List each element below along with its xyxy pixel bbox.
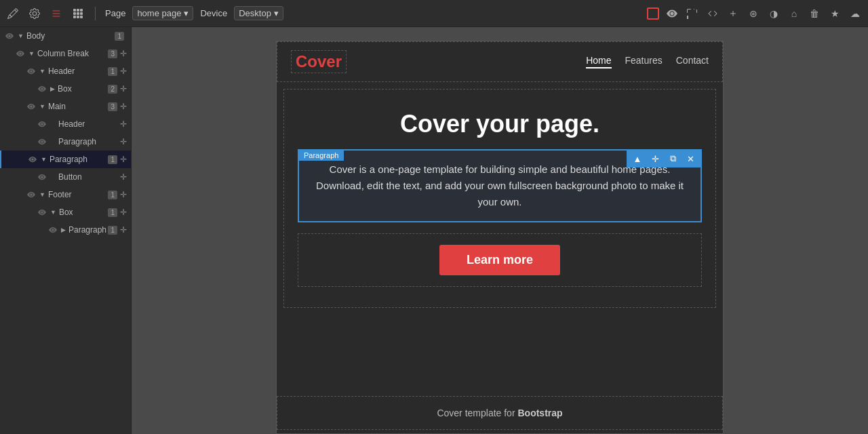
- sidebar-badge-box: 2: [108, 85, 117, 94]
- trash-icon[interactable]: 🗑: [807, 6, 822, 21]
- nav-home[interactable]: Home: [586, 55, 611, 68]
- nav-contact[interactable]: Contact: [676, 55, 709, 68]
- hero-section: Cover your page. Paragraph ▲ ✛ ⧉ ✕ Cover…: [283, 89, 716, 308]
- lines-icon[interactable]: [49, 6, 64, 21]
- footer-text-before: Cover template for: [437, 408, 517, 418]
- footer-section: Cover template for Bootstrap: [277, 396, 723, 430]
- sidebar-item-footer[interactable]: ▼ Footer 1 ✛: [0, 186, 131, 203]
- eye-icon-paragraph-2[interactable]: [47, 224, 58, 235]
- eye-icon-footer[interactable]: [26, 189, 37, 200]
- paragraph-block[interactable]: Paragraph ▲ ✛ ⧉ ✕ Cover is a one-page te…: [298, 149, 702, 222]
- fullscreen-icon[interactable]: [685, 6, 700, 21]
- device-dropdown-arrow: ▾: [274, 8, 279, 18]
- eye-icon-header[interactable]: [26, 66, 37, 77]
- pen-icon[interactable]: [5, 6, 20, 21]
- triangle-paragraph-2: ▶: [61, 226, 66, 233]
- main-area: ▼ Body 1 ▼ Column Break 3 ✛ ▼ Header 1 ✛: [0, 27, 868, 434]
- device-label: Device: [200, 8, 227, 18]
- page-name: home page: [137, 8, 181, 18]
- sidebar-badge-main: 3: [108, 102, 117, 111]
- top-toolbar: Page home page ▾ Device Desktop ▾ ⊛ ◑ ⌂ …: [0, 0, 868, 27]
- device-dropdown[interactable]: Desktop ▾: [234, 6, 283, 20]
- page-label: Page: [105, 8, 125, 18]
- canvas-area: Cover Home Features Contact Cover your p…: [132, 27, 868, 434]
- toolbar-left: Page home page ▾ Device Desktop ▾: [5, 6, 283, 21]
- triangle-paragraph-1: ▼: [41, 156, 47, 163]
- sidebar-label-column-break: Column Break: [37, 49, 108, 58]
- learn-more-button[interactable]: Learn more: [439, 245, 560, 275]
- paragraph-text: Cover is a one-page template for buildin…: [310, 161, 690, 210]
- eye-icon-box-2[interactable]: [37, 207, 47, 218]
- sidebar-label-main-header: Header: [50, 119, 120, 129]
- sidebar-item-paragraph-1[interactable]: ▼ Paragraph 1 ✛: [0, 151, 131, 168]
- code-icon[interactable]: [705, 6, 720, 21]
- eye-icon-main-paragraph[interactable]: [37, 136, 47, 147]
- arc-icon[interactable]: ◑: [766, 6, 781, 21]
- sidebar-label-paragraph-1: Paragraph: [50, 155, 108, 164]
- sidebar-label-body: Body: [26, 31, 115, 41]
- site-header: Cover Home Features Contact: [277, 41, 723, 82]
- page-dropdown[interactable]: home page ▾: [132, 6, 193, 20]
- block-move-btn[interactable]: ✛: [647, 151, 663, 166]
- sidebar-item-button[interactable]: Button ✛: [0, 168, 131, 186]
- eye-icon-box[interactable]: [37, 83, 47, 94]
- sidebar-badge-header: 1: [108, 67, 117, 76]
- sidebar-badge-footer: 1: [108, 191, 117, 199]
- footer-text-bold: Bootstrap: [517, 408, 562, 418]
- sidebar-item-body[interactable]: ▼ Body 1: [0, 27, 131, 45]
- sidebar-item-paragraph-2[interactable]: ▶ Paragraph 1 ✛: [0, 221, 131, 239]
- eye-icon-column-break[interactable]: [15, 48, 26, 59]
- block-delete-btn[interactable]: ✕: [682, 151, 698, 166]
- sidebar-item-header[interactable]: ▼ Header 1 ✛: [0, 62, 131, 80]
- sidebar-badge-column-break: 3: [108, 50, 117, 58]
- page-dropdown-arrow: ▾: [184, 8, 189, 18]
- triangle-column-break: ▼: [28, 50, 35, 57]
- block-copy-btn[interactable]: ⧉: [665, 151, 681, 166]
- sidebar-item-main-paragraph[interactable]: Paragraph ✛: [0, 133, 131, 151]
- eye-icon-button[interactable]: [37, 172, 47, 182]
- site-brand: Cover: [291, 50, 347, 73]
- sidebar-badge-paragraph-1: 1: [108, 155, 117, 164]
- sidebar-label-box-2: Box: [59, 208, 108, 217]
- preview-icon[interactable]: [665, 6, 679, 21]
- toolbar-right: ⊛ ◑ ⌂ 🗑 ★ ☁: [647, 6, 863, 21]
- sidebar-item-box[interactable]: ▶ Box 2 ✛: [0, 80, 131, 98]
- cloud-icon[interactable]: ☁: [848, 6, 863, 21]
- button-section: Learn more: [298, 233, 702, 287]
- sidebar-label-box: Box: [58, 84, 108, 94]
- tag-icon[interactable]: ⌂: [787, 6, 802, 21]
- preview-frame: Cover Home Features Contact Cover your p…: [276, 41, 724, 434]
- eye-icon-paragraph-1[interactable]: [27, 154, 38, 165]
- grid-icon[interactable]: [71, 6, 85, 21]
- stop-icon[interactable]: [647, 7, 659, 20]
- block-up-btn[interactable]: ▲: [629, 151, 646, 166]
- eye-icon-main[interactable]: [26, 101, 37, 112]
- hero-title: Cover your page.: [298, 110, 702, 138]
- triangle-box-2: ▼: [50, 209, 56, 216]
- nav-features[interactable]: Features: [625, 55, 663, 68]
- sidebar-label-main: Main: [48, 102, 108, 111]
- gear-icon[interactable]: [27, 6, 42, 21]
- sidebar-badge-box-2: 1: [108, 208, 117, 217]
- triangle-body: ▼: [18, 33, 24, 39]
- sidebar-item-box-2[interactable]: ▼ Box 1 ✛: [0, 203, 131, 221]
- add-icon[interactable]: [726, 6, 741, 21]
- sidebar-item-main-header[interactable]: Header ✛: [0, 115, 131, 133]
- sidebar-label-button: Button: [50, 172, 120, 182]
- sidebar-label-footer: Footer: [48, 190, 108, 199]
- sidebar: ▼ Body 1 ▼ Column Break 3 ✛ ▼ Header 1 ✛: [0, 27, 132, 434]
- sidebar-label-paragraph-2: Paragraph: [68, 225, 108, 235]
- component-icon[interactable]: ⊛: [746, 6, 761, 21]
- spacer-section: [277, 315, 723, 396]
- sidebar-badge-paragraph-2: 1: [108, 226, 117, 235]
- sidebar-item-main[interactable]: ▼ Main 3 ✛: [0, 98, 131, 115]
- triangle-box: ▶: [50, 85, 55, 92]
- toolbar-separator-1: [95, 7, 96, 20]
- eye-icon-body[interactable]: [4, 31, 15, 41]
- sidebar-item-column-break[interactable]: ▼ Column Break 3 ✛: [0, 45, 131, 62]
- triangle-footer: ▼: [39, 191, 45, 198]
- eye-icon-main-header[interactable]: [37, 119, 47, 130]
- block-toolbar: ▲ ✛ ⧉ ✕: [627, 150, 701, 167]
- star-icon[interactable]: ★: [827, 6, 842, 21]
- sidebar-badge-body: 1: [115, 32, 124, 41]
